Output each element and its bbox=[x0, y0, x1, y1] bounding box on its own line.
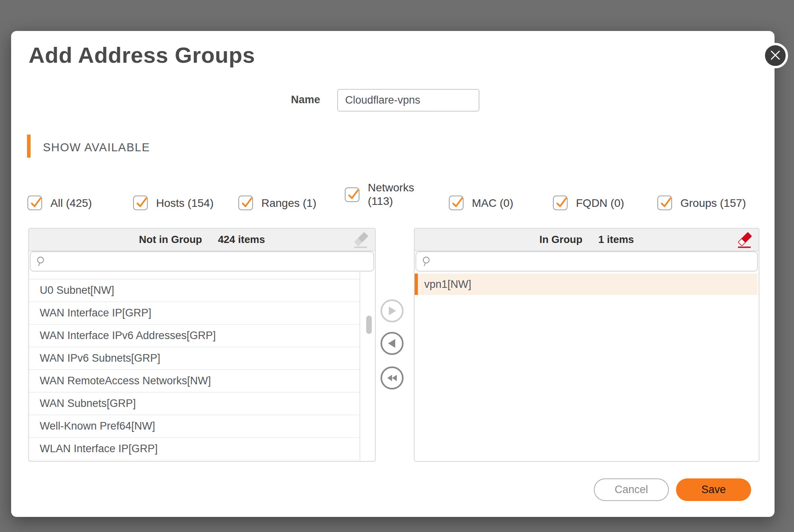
not-in-group-list: U0 Subnet[NW] WAN Interface IP[GRP] WAN … bbox=[29, 271, 375, 460]
double-arrow-left-icon bbox=[386, 373, 398, 383]
filter-checkbox-networks[interactable]: Networks(113) bbox=[345, 181, 414, 208]
list-item[interactable]: Well-Known Pref64[NW] bbox=[29, 415, 359, 438]
filter-label-mac: MAC (0) bbox=[472, 197, 513, 209]
check-icon bbox=[239, 196, 254, 210]
selected-list-item[interactable]: vpn1[NW] bbox=[415, 274, 757, 295]
arrow-right-icon bbox=[387, 306, 397, 316]
section-accent-bar bbox=[27, 135, 31, 158]
filter-checkbox-groups[interactable]: Groups (157) bbox=[657, 196, 746, 210]
not-in-group-panel: Not in Group 424 items bbox=[28, 228, 376, 462]
checkbox-fqdn[interactable] bbox=[553, 196, 568, 210]
not-in-group-header: Not in Group 424 items bbox=[29, 229, 375, 251]
in-group-count: 1 items bbox=[598, 233, 634, 246]
eraser-icon bbox=[353, 232, 369, 249]
list-item[interactable]: WAN Interface IP[GRP] bbox=[29, 302, 359, 325]
right-search-input[interactable] bbox=[437, 252, 757, 271]
checkbox-networks[interactable] bbox=[345, 187, 359, 202]
check-icon bbox=[346, 187, 360, 202]
not-in-group-title: Not in Group bbox=[139, 233, 202, 246]
name-label: Name bbox=[249, 94, 320, 106]
partial-row bbox=[29, 271, 359, 279]
list-item[interactable]: WAN Subnets[GRP] bbox=[29, 393, 359, 415]
move-right-button[interactable] bbox=[381, 299, 404, 322]
move-all-left-button[interactable] bbox=[381, 366, 404, 389]
scrollbar-thumb[interactable] bbox=[366, 316, 372, 334]
clear-left-list-button[interactable] bbox=[353, 232, 369, 249]
dialog-title: Add Address Groups bbox=[29, 42, 255, 68]
move-left-button[interactable] bbox=[381, 332, 404, 355]
search-icon bbox=[36, 256, 47, 267]
eraser-red-icon bbox=[736, 232, 753, 249]
filter-label-networks-line1: Networks bbox=[368, 181, 414, 194]
left-search-box bbox=[30, 251, 374, 272]
check-icon bbox=[554, 196, 568, 210]
close-icon bbox=[770, 50, 780, 62]
in-group-header: In Group 1 items bbox=[415, 229, 759, 251]
filter-checkbox-hosts[interactable]: Hosts (154) bbox=[133, 196, 214, 210]
clear-right-list-button[interactable] bbox=[736, 232, 753, 249]
arrow-left-icon bbox=[387, 338, 397, 349]
filter-label-ranges: Ranges (1) bbox=[261, 197, 317, 209]
filter-label-networks: Networks(113) bbox=[368, 181, 414, 208]
close-button[interactable] bbox=[763, 43, 788, 68]
check-icon bbox=[658, 196, 673, 210]
list-rows: U0 Subnet[NW] WAN Interface IP[GRP] WAN … bbox=[29, 271, 360, 460]
right-search-box bbox=[415, 251, 758, 272]
check-icon bbox=[28, 196, 43, 210]
not-in-group-count: 424 items bbox=[218, 233, 265, 246]
filter-label-networks-line2: (113) bbox=[368, 195, 393, 207]
checkbox-mac[interactable] bbox=[449, 196, 464, 210]
filter-checkbox-all[interactable]: All (425) bbox=[27, 196, 92, 210]
search-icon bbox=[422, 256, 433, 267]
checkbox-ranges[interactable] bbox=[238, 196, 253, 210]
filter-checkbox-mac[interactable]: MAC (0) bbox=[449, 196, 513, 210]
section-title: SHOW AVAILABLE bbox=[43, 141, 150, 154]
filter-label-groups: Groups (157) bbox=[680, 197, 746, 209]
left-search-input[interactable] bbox=[51, 252, 373, 271]
check-icon bbox=[450, 196, 464, 210]
filter-checkbox-ranges[interactable]: Ranges (1) bbox=[238, 196, 317, 210]
cancel-button[interactable]: Cancel bbox=[594, 478, 669, 501]
checkbox-groups[interactable] bbox=[657, 196, 672, 210]
filter-label-fqdn: FQDN (0) bbox=[576, 197, 624, 209]
checkbox-hosts[interactable] bbox=[133, 196, 148, 210]
list-item[interactable]: WAN Interface IPv6 Addresses[GRP] bbox=[29, 325, 359, 347]
modal-overlay: Add Address Groups Name SHOW AVAILABLE A… bbox=[0, 0, 794, 532]
list-item[interactable]: U0 Subnet[NW] bbox=[29, 279, 359, 302]
filter-label-hosts: Hosts (154) bbox=[156, 197, 214, 209]
filter-checkbox-fqdn[interactable]: FQDN (0) bbox=[553, 196, 624, 210]
in-group-panel: In Group 1 items vpn1[NW] bbox=[414, 228, 759, 462]
add-address-groups-dialog: Add Address Groups Name SHOW AVAILABLE A… bbox=[11, 31, 775, 517]
list-item[interactable]: WAN RemoteAccess Networks[NW] bbox=[29, 370, 359, 393]
filter-label-all: All (425) bbox=[50, 197, 92, 209]
list-item[interactable]: WLAN Interface IP[GRP] bbox=[29, 438, 359, 460]
checkbox-all[interactable] bbox=[27, 196, 42, 210]
in-group-title: In Group bbox=[539, 233, 582, 246]
name-input[interactable] bbox=[337, 89, 479, 112]
list-item[interactable]: WAN IPv6 Subnets[GRP] bbox=[29, 347, 359, 370]
check-icon bbox=[134, 196, 149, 210]
save-button[interactable]: Save bbox=[676, 478, 751, 501]
